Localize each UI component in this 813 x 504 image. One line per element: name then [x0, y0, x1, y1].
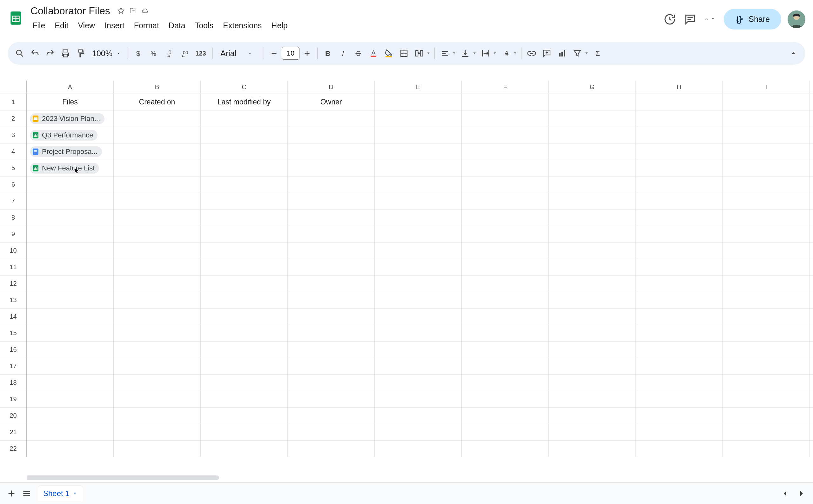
menu-data[interactable]: Data: [164, 19, 190, 32]
row-header-17[interactable]: 17: [0, 358, 27, 375]
cell-C19[interactable]: [201, 391, 288, 408]
cell-H18[interactable]: [636, 375, 723, 391]
cell-C7[interactable]: [201, 193, 288, 209]
cell-I12[interactable]: [723, 275, 810, 292]
cell-I2[interactable]: [723, 110, 810, 127]
row-header-4[interactable]: 4: [0, 143, 27, 160]
cell-I1[interactable]: [723, 94, 810, 110]
cell-J7[interactable]: [810, 193, 813, 209]
cell-J18[interactable]: [810, 375, 813, 391]
cell-B13[interactable]: [114, 292, 201, 308]
cell-A12[interactable]: [27, 275, 114, 292]
cell-B16[interactable]: [114, 342, 201, 358]
font-size-input[interactable]: [282, 47, 299, 60]
cell-G2[interactable]: [549, 110, 636, 127]
cell-D2[interactable]: [288, 110, 375, 127]
cell-J11[interactable]: [810, 259, 813, 275]
cell-B17[interactable]: [114, 358, 201, 375]
cell-J8[interactable]: [810, 209, 813, 226]
cell-C5[interactable]: [201, 160, 288, 176]
column-header-F[interactable]: F: [462, 81, 549, 94]
cell-D5[interactable]: [288, 160, 375, 176]
cell-D13[interactable]: [288, 292, 375, 308]
cell-J15[interactable]: [810, 325, 813, 342]
increase-decimal-button[interactable]: .00: [177, 46, 191, 60]
cell-C12[interactable]: [201, 275, 288, 292]
cell-C15[interactable]: [201, 325, 288, 342]
cell-D1[interactable]: Owner: [288, 94, 375, 110]
cell-B10[interactable]: [114, 242, 201, 259]
cell-A2[interactable]: 2023 Vision Plan...: [27, 110, 114, 127]
cell-B14[interactable]: [114, 308, 201, 325]
cell-C9[interactable]: [201, 226, 288, 242]
menu-extensions[interactable]: Extensions: [218, 19, 266, 32]
text-wrap-button[interactable]: [479, 46, 493, 60]
cell-I20[interactable]: [723, 408, 810, 424]
cell-E9[interactable]: [375, 226, 462, 242]
cell-E16[interactable]: [375, 342, 462, 358]
cell-C1[interactable]: Last modified by: [201, 94, 288, 110]
cell-B9[interactable]: [114, 226, 201, 242]
halign-dropdown-icon[interactable]: [451, 50, 457, 57]
cell-G6[interactable]: [549, 176, 636, 193]
row-header-2[interactable]: 2: [0, 110, 27, 127]
cell-E8[interactable]: [375, 209, 462, 226]
cell-I9[interactable]: [723, 226, 810, 242]
cell-F14[interactable]: [462, 308, 549, 325]
all-sheets-button[interactable]: [19, 486, 34, 501]
sheets-logo[interactable]: [8, 7, 24, 29]
column-header-I[interactable]: I: [723, 81, 810, 94]
comments-icon[interactable]: [683, 12, 697, 26]
cell-G16[interactable]: [549, 342, 636, 358]
cell-E3[interactable]: [375, 127, 462, 143]
cell-C6[interactable]: [201, 176, 288, 193]
cell-G10[interactable]: [549, 242, 636, 259]
row-header-15[interactable]: 15: [0, 325, 27, 342]
cell-E13[interactable]: [375, 292, 462, 308]
column-header-C[interactable]: C: [201, 81, 288, 94]
cell-J4[interactable]: [810, 143, 813, 160]
cell-F16[interactable]: [462, 342, 549, 358]
cell-G8[interactable]: [549, 209, 636, 226]
cell-H17[interactable]: [636, 358, 723, 375]
cell-D16[interactable]: [288, 342, 375, 358]
cell-H9[interactable]: [636, 226, 723, 242]
cell-I13[interactable]: [723, 292, 810, 308]
cell-D11[interactable]: [288, 259, 375, 275]
cloud-status-icon[interactable]: [141, 7, 149, 15]
cell-A6[interactable]: [27, 176, 114, 193]
cell-A16[interactable]: [27, 342, 114, 358]
cell-G3[interactable]: [549, 127, 636, 143]
cell-I8[interactable]: [723, 209, 810, 226]
cell-H4[interactable]: [636, 143, 723, 160]
cell-A5[interactable]: New Feature List: [27, 160, 114, 176]
undo-button[interactable]: [28, 46, 42, 60]
cell-J1[interactable]: [810, 94, 813, 110]
file-chip[interactable]: 2023 Vision Plan...: [30, 113, 104, 124]
cell-I18[interactable]: [723, 375, 810, 391]
cell-C4[interactable]: [201, 143, 288, 160]
cell-C2[interactable]: [201, 110, 288, 127]
row-header-16[interactable]: 16: [0, 342, 27, 358]
cell-F22[interactable]: [462, 441, 549, 457]
cell-D14[interactable]: [288, 308, 375, 325]
cell-G7[interactable]: [549, 193, 636, 209]
column-header-E[interactable]: E: [375, 81, 462, 94]
cell-G19[interactable]: [549, 391, 636, 408]
cell-B8[interactable]: [114, 209, 201, 226]
cell-F21[interactable]: [462, 424, 549, 441]
cell-G14[interactable]: [549, 308, 636, 325]
cell-J22[interactable]: [810, 441, 813, 457]
cell-F2[interactable]: [462, 110, 549, 127]
decrease-font-size-button[interactable]: [267, 46, 281, 60]
cell-J21[interactable]: [810, 424, 813, 441]
cell-A15[interactable]: [27, 325, 114, 342]
cell-E2[interactable]: [375, 110, 462, 127]
cell-D12[interactable]: [288, 275, 375, 292]
cell-C13[interactable]: [201, 292, 288, 308]
valign-dropdown-icon[interactable]: [472, 50, 477, 57]
bold-button[interactable]: B: [321, 46, 335, 60]
cell-G1[interactable]: [549, 94, 636, 110]
cell-G12[interactable]: [549, 275, 636, 292]
format-percent-button[interactable]: %: [146, 46, 160, 60]
